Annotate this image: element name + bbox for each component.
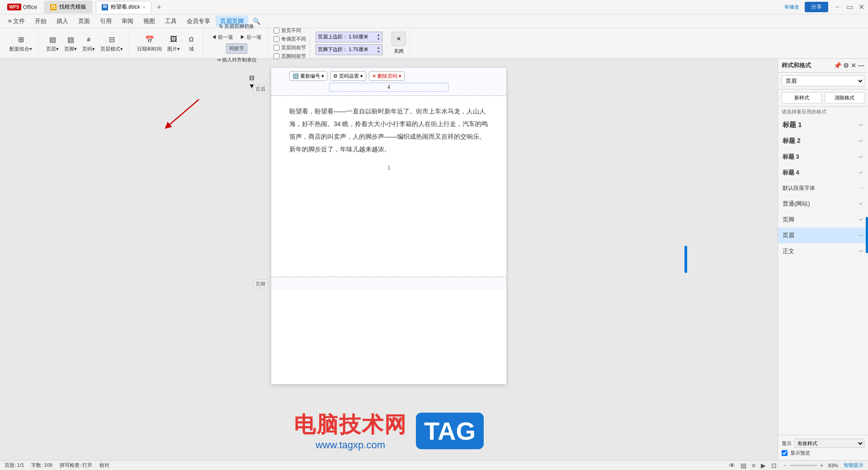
focus-icon[interactable]: ⊡: [771, 462, 777, 469]
page-number-field[interactable]: 4: [329, 83, 448, 92]
add-tab-button[interactable]: +: [155, 3, 163, 11]
link-prev-footer-checkbox[interactable]: [274, 53, 279, 59]
bottom-margin-down[interactable]: ▼: [377, 50, 380, 54]
switch-header-footer-button[interactable]: ⇅ 页眉页脚切换: [216, 22, 257, 31]
close-header-footer-icon[interactable]: ✕: [392, 32, 406, 46]
style-item-body-text[interactable]: 正文 ↵: [778, 244, 868, 259]
web-icon[interactable]: ≡: [752, 462, 755, 469]
spell-check: 拼写检查: 打开: [60, 462, 92, 469]
smart-tips-icon[interactable]: 智能提示: [844, 462, 863, 469]
field-button[interactable]: Ω 域: [183, 33, 199, 54]
datetime-button[interactable]: 📅 日期和时间: [135, 33, 164, 54]
style-name-heading1: 标题 1: [783, 121, 802, 129]
header-layer-button[interactable]: ▤ 页层▾: [44, 33, 61, 54]
bottom-margin-input[interactable]: [349, 47, 376, 52]
ribbon-group-nav: ⇅ 页眉页脚切换 ◀ 前一项 ▶ 后一项 同前节 ⇥ 插入对齐制表位: [205, 28, 268, 58]
menu-start[interactable]: 开始: [30, 15, 51, 27]
menu-file[interactable]: ≡ 文件: [4, 15, 29, 27]
first-page-diff-checkbox[interactable]: [274, 28, 279, 33]
layout-icon[interactable]: ▤: [741, 462, 746, 469]
top-margin-down[interactable]: ▼: [377, 37, 380, 41]
bottom-margin-container: 页脚下边距： ▲ ▼: [316, 44, 382, 55]
first-page-diff-row[interactable]: 首页不同: [274, 27, 306, 34]
current-section-button[interactable]: 同前节: [226, 43, 247, 54]
nav-row: ◀ 前一项 ▶ 后一项: [209, 33, 264, 42]
menu-review[interactable]: 审阅: [117, 15, 138, 27]
ribbon-group-margins: 页眉上边距： ▲ ▼ 页脚下边距： ▲ ▼: [312, 28, 386, 58]
eye-icon[interactable]: 👁: [729, 462, 735, 469]
panel-settings-icon[interactable]: ⚙: [843, 62, 849, 69]
renumber-button[interactable]: 🔢 重新编号 ▾: [289, 71, 327, 81]
close-window-button[interactable]: ✕: [859, 3, 864, 11]
enter-icon-footer: ↵: [859, 216, 863, 223]
zoom-slider[interactable]: [790, 465, 817, 466]
delete-icon: ✕: [372, 73, 376, 79]
picture-button[interactable]: 🖼 图片▾: [165, 33, 182, 54]
close-header-footer-label: 关闭: [394, 48, 404, 55]
header-mode-label: 页层模式▾: [100, 46, 123, 52]
top-margin-up[interactable]: ▲: [377, 33, 380, 37]
prev-button[interactable]: ◀ 前一项: [209, 33, 236, 42]
menu-page[interactable]: 页面: [74, 15, 94, 27]
style-item-footer[interactable]: 页脚 ↵: [778, 212, 868, 228]
panel-display-row: 显示 有效样式: [782, 439, 864, 448]
next-button[interactable]: ▶ 后一项: [237, 33, 264, 42]
footer-zone[interactable]: 页脚: [271, 277, 506, 290]
page-nav-icon[interactable]: ⊟: [249, 74, 255, 81]
panel-expand-icon[interactable]: —: [858, 62, 864, 69]
combo-button[interactable]: ⊞ 配套组合▾: [7, 33, 34, 54]
menu-reference[interactable]: 引用: [95, 15, 116, 27]
delete-label: 删除页码: [377, 73, 397, 80]
scroll-indicator[interactable]: [684, 246, 687, 273]
style-item-default-font[interactable]: 默认段落字体 ᵃ: [778, 181, 868, 196]
top-margin-input[interactable]: [349, 34, 376, 40]
share-button[interactable]: 分享: [805, 2, 828, 12]
delete-page-num-button[interactable]: ✕ 删除页码 ▾: [369, 71, 405, 81]
page-num-button[interactable]: # 页码▾: [80, 33, 97, 54]
bottom-margin-spin[interactable]: ▲ ▼: [377, 46, 380, 54]
style-item-heading3[interactable]: 标题 3 ↵: [778, 149, 868, 165]
top-margin-spin[interactable]: ▲ ▼: [377, 33, 380, 41]
menu-tools[interactable]: 工具: [160, 15, 181, 27]
show-preview-checkbox[interactable]: [782, 450, 788, 456]
menu-insert[interactable]: 插入: [52, 15, 73, 27]
odd-even-diff-checkbox[interactable]: [274, 36, 279, 42]
header-zone[interactable]: ⊟ ▼ 🔢 重新编号 ▾ ⚙ 页码设置 ▾: [271, 68, 506, 96]
panel-display-select[interactable]: 有效样式: [794, 439, 864, 448]
new-style-button[interactable]: 新样式: [782, 92, 822, 103]
style-dropdown-select[interactable]: 页眉: [782, 75, 864, 86]
style-list: 标题 1 ↵ 标题 2 ↵ 标题 3 ↵ 标题 4 ↵ 默认段落字体 ᵃ: [778, 117, 868, 435]
template-tab[interactable]: 找 找框壳模板: [44, 1, 92, 13]
link-prev-header-row[interactable]: 页层间前节: [274, 44, 306, 51]
zoom-in-button[interactable]: ＋: [819, 461, 825, 470]
play-icon[interactable]: ▶: [761, 462, 766, 469]
zoom-out-button[interactable]: －: [782, 461, 788, 470]
panel-close-icon[interactable]: ✕: [851, 62, 856, 69]
maximize-button[interactable]: ▭: [846, 3, 853, 11]
style-item-header[interactable]: 页眉 ↵: [778, 228, 868, 244]
minimize-button[interactable]: －: [834, 2, 841, 12]
doc-tab-close[interactable]: ×: [143, 5, 146, 10]
clear-format-button[interactable]: 清除格式: [825, 92, 865, 103]
menu-vip[interactable]: 会员专享: [182, 15, 215, 27]
panel-scroll-indicator[interactable]: [866, 217, 868, 253]
body-zone[interactable]: 盼望看，盼望看——一直自以盼时新年近了。街市上车水马龙，人山人海，好不热闹。34…: [271, 96, 506, 277]
footer-button[interactable]: ▤ 页脚▾: [62, 33, 79, 54]
style-item-heading2[interactable]: 标题 2 ↵: [778, 133, 868, 149]
doc-tab[interactable]: W 粉望着.docx ×: [96, 1, 151, 13]
bottom-margin-row: 页脚下边距： ▲ ▼: [316, 44, 382, 55]
picture-icon: 🖼: [168, 34, 179, 45]
link-prev-header-checkbox[interactable]: [274, 45, 279, 51]
menu-view[interactable]: 视图: [139, 15, 160, 27]
odd-even-diff-row[interactable]: 奇偶页不同: [274, 36, 306, 42]
style-item-heading1[interactable]: 标题 1 ↵: [778, 117, 868, 133]
style-item-normal-web[interactable]: 普通(网站) ↵: [778, 196, 868, 212]
style-item-heading4[interactable]: 标题 4 ↵: [778, 165, 868, 181]
page-settings-button[interactable]: ⚙ 页码设置 ▾: [330, 71, 366, 81]
page-num-icon: #: [83, 34, 94, 45]
header-mode-button[interactable]: ⊟ 页层模式▾: [98, 33, 125, 54]
enter-icon-normal-web: ↵: [859, 201, 863, 207]
panel-pin-icon[interactable]: 📌: [834, 62, 841, 69]
panel-header-actions: 📌 ⚙ ✕ —: [834, 62, 864, 69]
bottom-margin-up[interactable]: ▲: [377, 46, 380, 50]
